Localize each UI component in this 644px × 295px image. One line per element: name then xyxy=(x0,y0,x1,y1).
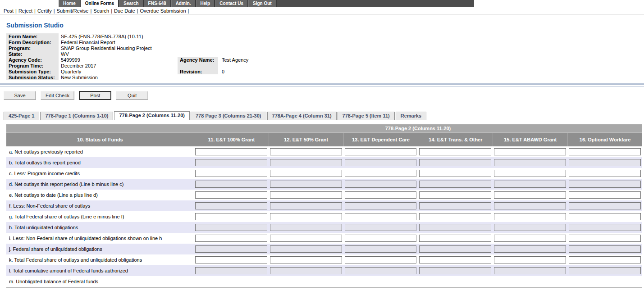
input-row-a-col-16[interactable] xyxy=(569,148,641,155)
input-row-c-col-13[interactable] xyxy=(345,170,417,177)
input-row-d-col-14[interactable] xyxy=(419,181,491,188)
nav-item-sign-out[interactable]: Sign Out xyxy=(248,0,277,7)
input-row-c-col-11[interactable] xyxy=(195,170,267,177)
input-row-j-col-11[interactable] xyxy=(195,245,267,253)
input-row-e-col-11[interactable] xyxy=(195,191,267,199)
input-row-d-col-12[interactable] xyxy=(270,181,342,188)
row-label-m: m. Unobligated balance of Federal funds xyxy=(6,279,194,284)
tab-778-page-3-columns-21-30[interactable]: 778 Page 3 (Columns 21-30) xyxy=(191,112,266,120)
input-row-g-col-11[interactable] xyxy=(195,213,267,220)
input-row-f-col-16[interactable] xyxy=(569,202,641,209)
input-row-j-col-15[interactable] xyxy=(494,245,566,253)
tab-remarks[interactable]: Remarks xyxy=(396,112,426,120)
tab-778-page-1-columns-1-10[interactable]: 778-Page 1 (Columns 1-10) xyxy=(40,112,113,120)
input-row-k-col-16[interactable] xyxy=(569,256,641,263)
input-row-d-col-16[interactable] xyxy=(569,181,641,188)
input-row-e-col-12[interactable] xyxy=(270,191,342,199)
menu-link-overdue-submission[interactable]: Overdue Submission xyxy=(140,8,186,14)
input-row-j-col-16[interactable] xyxy=(569,245,641,253)
nav-item-contact-us[interactable]: Contact Us xyxy=(215,0,248,7)
input-row-k-col-15[interactable] xyxy=(494,256,566,263)
input-row-e-col-14[interactable] xyxy=(419,191,491,199)
tab-778-page-2-columns-11-20[interactable]: 778-Page 2 (Columns 11-20) xyxy=(114,111,190,120)
input-row-h-col-13[interactable] xyxy=(345,224,417,231)
input-row-a-col-12[interactable] xyxy=(270,148,342,155)
input-row-l-col-16[interactable] xyxy=(569,267,641,274)
input-row-e-col-16[interactable] xyxy=(569,191,641,199)
menu-link-search[interactable]: Search xyxy=(93,8,109,14)
tab-778a-page-4-column-31[interactable]: 778A-Page 4 (Column 31) xyxy=(267,112,337,120)
input-row-g-col-16[interactable] xyxy=(569,213,641,220)
quit-button[interactable]: Quit xyxy=(116,91,148,100)
input-row-f-col-15[interactable] xyxy=(494,202,566,209)
input-row-i-col-13[interactable] xyxy=(345,235,417,242)
input-row-h-col-16[interactable] xyxy=(569,224,641,231)
input-row-f-col-11[interactable] xyxy=(195,202,267,209)
input-row-i-col-12[interactable] xyxy=(270,235,342,242)
action-button-bar: SaveEdit CheckPostQuit xyxy=(4,91,644,100)
input-row-a-col-13[interactable] xyxy=(345,148,417,155)
input-row-k-col-14[interactable] xyxy=(419,256,491,263)
input-row-a-col-15[interactable] xyxy=(494,148,566,155)
input-row-j-col-12[interactable] xyxy=(270,245,342,253)
input-row-b-col-12[interactable] xyxy=(270,159,342,166)
input-row-e-col-15[interactable] xyxy=(494,191,566,199)
input-row-d-col-11[interactable] xyxy=(195,181,267,188)
input-row-h-col-15[interactable] xyxy=(494,224,566,231)
input-row-l-col-14[interactable] xyxy=(419,267,491,274)
input-row-l-col-11[interactable] xyxy=(195,267,267,274)
menu-link-reject[interactable]: Reject xyxy=(18,8,32,14)
input-row-b-col-13[interactable] xyxy=(345,159,417,166)
post-button[interactable]: Post xyxy=(79,91,111,100)
tab-425-page-1[interactable]: 425-Page 1 xyxy=(4,112,39,120)
input-row-j-col-14[interactable] xyxy=(419,245,491,253)
menu-link-certify[interactable]: Certify xyxy=(37,8,52,14)
nav-item-search[interactable]: Search xyxy=(119,0,143,7)
input-row-k-col-12[interactable] xyxy=(270,256,342,263)
nav-item-admin[interactable]: Admin. xyxy=(171,0,196,7)
input-row-c-col-16[interactable] xyxy=(569,170,641,177)
input-row-l-col-13[interactable] xyxy=(345,267,417,274)
edit-check-button[interactable]: Edit Check xyxy=(41,91,74,100)
input-row-j-col-13[interactable] xyxy=(345,245,417,253)
input-row-f-col-13[interactable] xyxy=(345,202,417,209)
input-row-f-col-12[interactable] xyxy=(270,202,342,209)
input-row-i-col-15[interactable] xyxy=(494,235,566,242)
menu-link-due-date[interactable]: Due Date xyxy=(114,8,135,14)
input-row-h-col-11[interactable] xyxy=(195,224,267,231)
input-row-h-col-14[interactable] xyxy=(419,224,491,231)
input-row-g-col-14[interactable] xyxy=(419,213,491,220)
input-row-b-col-11[interactable] xyxy=(195,159,267,166)
input-row-i-col-14[interactable] xyxy=(419,235,491,242)
save-button[interactable]: Save xyxy=(4,91,36,100)
input-row-g-col-12[interactable] xyxy=(270,213,342,220)
input-row-g-col-13[interactable] xyxy=(345,213,417,220)
input-row-i-col-16[interactable] xyxy=(569,235,641,242)
input-row-g-col-15[interactable] xyxy=(494,213,566,220)
nav-item-fns-648[interactable]: FNS-648 xyxy=(144,0,171,7)
input-row-a-col-14[interactable] xyxy=(419,148,491,155)
input-row-d-col-13[interactable] xyxy=(345,181,417,188)
input-row-b-col-14[interactable] xyxy=(419,159,491,166)
menu-link-submit-revise[interactable]: Submit/Revise xyxy=(57,8,89,14)
input-row-c-col-15[interactable] xyxy=(494,170,566,177)
input-row-k-col-13[interactable] xyxy=(345,256,417,263)
nav-item-online-forms[interactable]: Online Forms xyxy=(81,0,119,7)
input-row-e-col-13[interactable] xyxy=(345,191,417,199)
input-row-h-col-12[interactable] xyxy=(270,224,342,231)
nav-item-home[interactable]: Home xyxy=(59,0,81,7)
menu-link-post[interactable]: Post xyxy=(4,8,14,14)
input-row-k-col-11[interactable] xyxy=(195,256,267,263)
input-row-a-col-11[interactable] xyxy=(195,148,267,155)
input-row-d-col-15[interactable] xyxy=(494,181,566,188)
input-row-i-col-11[interactable] xyxy=(195,235,267,242)
input-row-c-col-12[interactable] xyxy=(270,170,342,177)
tab-778-page-5-item-11[interactable]: 778-Page 5 (Item 11) xyxy=(338,112,395,120)
input-row-l-col-12[interactable] xyxy=(270,267,342,274)
input-row-b-col-15[interactable] xyxy=(494,159,566,166)
input-row-b-col-16[interactable] xyxy=(569,159,641,166)
input-row-c-col-14[interactable] xyxy=(419,170,491,177)
input-row-l-col-15[interactable] xyxy=(494,267,566,274)
nav-item-help[interactable]: Help xyxy=(196,0,215,7)
input-row-f-col-14[interactable] xyxy=(419,202,491,209)
